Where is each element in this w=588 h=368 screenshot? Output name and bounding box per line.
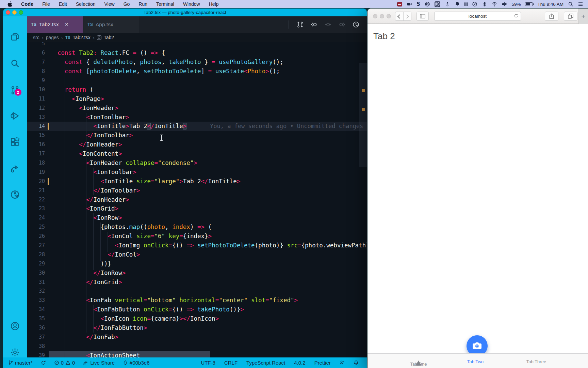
menu-item-help[interactable]: Help [209,1,219,7]
menu-item-file[interactable]: File [42,1,50,7]
code-line-15[interactable]: 15 </IonToolbar> [27,131,367,140]
search-icon[interactable] [10,59,20,68]
code-line-25[interactable]: 25 {photos.map((photo, index) => ( [27,223,367,232]
breadcrumb-item-tab2-tsx[interactable]: Tab2.tsx [73,35,91,40]
code-line-16[interactable]: 16 </IonHeader> [27,140,367,149]
live-share-icon[interactable] [10,164,20,173]
settings-icon[interactable] [10,348,20,357]
previous-change-icon[interactable] [311,21,317,28]
bluetooth-icon[interactable] [482,1,487,7]
code-line-23[interactable]: 23 <IonGrid> [27,204,367,213]
status-item-problems[interactable]: 00 [54,360,75,366]
video-camera-icon[interactable] [407,1,412,7]
code-line-6[interactable]: 6const Tab2: React.FC = () => { [27,48,367,58]
code-line-27[interactable]: 27 <IonImg onClick={() => setPhotoToDele… [27,241,367,250]
code-line-37[interactable]: 37 </IonFab> [27,333,367,342]
minimize-traffic-light[interactable] [12,10,17,15]
apple-menu-icon[interactable] [7,1,12,7]
code-line-30[interactable]: 30 </IonRow> [27,269,367,278]
forward-button[interactable] [404,13,411,19]
back-button[interactable] [395,13,403,19]
notification-center-icon[interactable] [578,1,583,7]
status-item-ts-version[interactable]: 4.0.2 [294,360,305,366]
extensions-icon[interactable] [10,137,20,147]
code-line-21[interactable]: 21 </IonToolbar> [27,186,367,195]
code-line-39[interactable]: 39 <IonActionSheet [27,351,367,357]
status-item-sync[interactable] [41,360,46,365]
code-line-33[interactable]: 33 <IonFab vertical="bottom" horizontal=… [27,296,367,305]
status-item-eol[interactable]: CRLF [224,360,238,366]
editor-tab-tab2-tsx[interactable]: TSTab2.tsx× [27,16,83,33]
code-line-19[interactable]: 19 <IonToolbar> [27,168,367,177]
volume-icon[interactable] [502,1,507,7]
menu-item-view[interactable]: View [104,1,115,7]
code-line-22[interactable]: 22 </IonHeader> [27,195,367,204]
app-window-icon[interactable] [435,1,440,7]
film-icon[interactable] [397,2,402,6]
zoom-traffic-light[interactable] [19,10,23,15]
account-icon[interactable] [10,321,20,331]
code-line-13[interactable]: 13 <IonToolbar> [27,113,367,122]
menu-item-window[interactable]: Window [183,1,200,7]
reload-icon[interactable] [514,14,518,19]
run-debug-icon[interactable] [10,111,20,121]
status-item-feedback[interactable] [340,360,345,365]
sidebar-button[interactable] [416,12,429,21]
code-line-18[interactable]: 18 <IonHeader collapse="condense"> [27,158,367,168]
code-line-7[interactable]: 7 const { deletePhoto, photos, takePhoto… [27,58,367,67]
status-item-encoding[interactable]: UTF-8 [201,360,215,366]
editor-tab-app-tsx[interactable]: TSApp.tsx [83,16,139,33]
code-line-5[interactable]: 5 [27,42,367,48]
status-item-language-mode[interactable]: TypeScript React [246,360,285,366]
address-bar[interactable]: localhost [434,12,521,21]
menu-item-run[interactable]: Run [138,1,147,7]
app-tab-tab-three[interactable]: Tab Three [516,354,557,368]
share-button[interactable] [545,12,558,21]
zoom-traffic-light[interactable] [387,14,391,18]
status-item-peacock-color[interactable]: #00b3e6 [123,360,149,366]
app-tab-tab-two[interactable]: Tab Two [455,354,496,368]
menu-item-go[interactable]: Go [124,1,130,7]
status-item-git-branch[interactable]: master* [8,360,33,366]
code-line-20[interactable]: 20 <IonTitle size="large">Tab 2</IonTitl… [27,177,367,186]
vscode-titlebar[interactable]: Tab2.tsx — photo-gallery-capacitor-react [3,9,367,16]
close-traffic-light[interactable] [373,14,377,18]
compass-icon[interactable] [472,1,477,7]
code-line-14[interactable]: 14 <IonTitle>Tab 2</IonTitle>You, a few … [27,122,367,131]
code-line-32[interactable]: 32 [27,287,367,296]
pause-icon[interactable] [464,2,468,6]
change-marker-icon[interactable] [325,21,331,28]
breadcrumb-item-tab2[interactable]: Tab2 [104,35,114,40]
close-traffic-light[interactable] [6,10,10,15]
s-app-icon[interactable]: S [416,1,420,7]
code-line-38[interactable]: 38 [27,342,367,351]
code-line-29[interactable]: 29 ))} [27,259,367,269]
code-line-28[interactable]: 28 </IonCol> [27,250,367,259]
code-line-34[interactable]: 34 <IonFabButton onClick={() => takePhot… [27,305,367,314]
wifi-icon[interactable] [492,1,497,7]
next-change-icon[interactable] [339,21,345,28]
code-line-12[interactable]: 12 <IonHeader> [27,104,367,113]
show-tabs-button[interactable] [564,12,577,21]
code-line-36[interactable]: 36 </IonFabButton> [27,323,367,333]
code-line-9[interactable]: 9 [27,76,367,85]
code-line-10[interactable]: 10 return ( [27,85,367,94]
code-line-8[interactable]: 8 const [photoToDelete, setPhotoToDelete… [27,67,367,76]
code-line-24[interactable]: 24 <IonRow> [27,213,367,223]
status-item-live-share[interactable]: Live Share [83,360,115,366]
minimize-traffic-light[interactable] [380,14,384,18]
close-tab-icon[interactable]: × [65,21,68,28]
app-menu-code[interactable]: Code [21,1,33,7]
menu-item-edit[interactable]: Edit [59,1,67,7]
breadcrumb-item-pages[interactable]: pages [46,35,59,40]
new-tab-button[interactable]: + [578,9,588,24]
code-line-35[interactable]: 35 <IonIcon icon={camera}></IonIcon> [27,314,367,323]
rocket-icon[interactable] [445,1,450,7]
menu-bar-clock[interactable]: Thu 8:46 AM [537,2,564,7]
code-line-17[interactable]: 17 <IonContent> [27,149,367,158]
bell-icon[interactable] [455,1,460,7]
timeline-icon[interactable] [353,21,359,28]
files-icon[interactable] [10,32,20,42]
spotlight-search-icon[interactable] [568,1,573,7]
code-line-11[interactable]: 11 <IonPage> [27,94,367,104]
